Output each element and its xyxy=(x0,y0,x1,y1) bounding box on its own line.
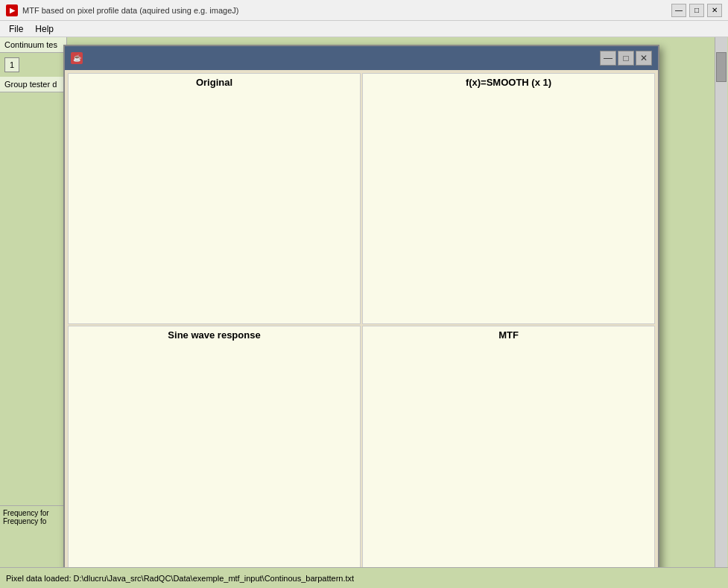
plot-sine-title: Sine wave response xyxy=(72,329,357,341)
menu-bar: File Help xyxy=(0,21,728,37)
plot-mtf-inner xyxy=(366,342,651,568)
close-button[interactable]: ✕ xyxy=(707,4,722,17)
plot-smooth: f(x)=SMOOTH (x 1) xyxy=(362,73,655,324)
menu-help[interactable]: Help xyxy=(29,22,60,36)
plot-mtf: MTF xyxy=(362,326,655,577)
plot-sine: Sine wave response xyxy=(68,326,361,577)
plot-mtf-title: MTF xyxy=(366,329,651,341)
plot-original-title: Original xyxy=(72,77,357,88)
plots-container: Original f(x)=SMOOTH (x 1) Sine wave res… xyxy=(65,70,658,580)
dialog-maximize-button[interactable]: □ xyxy=(618,51,634,66)
plot-smooth-title: f(x)=SMOOTH (x 1) xyxy=(366,77,651,88)
title-text: MTF based on pixel profile data (aquired… xyxy=(22,6,671,15)
dialog-title-bar: ☕ — □ ✕ xyxy=(65,46,658,70)
maximize-button[interactable]: □ xyxy=(689,4,704,17)
canvas-original xyxy=(72,89,357,315)
dialog-icon: ☕ xyxy=(71,52,83,64)
plot-smooth-inner xyxy=(366,89,651,315)
title-bar: ▶ MTF based on pixel profile data (aquir… xyxy=(0,0,728,21)
status-text: Pixel data loaded: D:\dlucru\Java_src\Ra… xyxy=(6,574,354,583)
status-bar: Pixel data loaded: D:\dlucru\Java_src\Ra… xyxy=(0,567,728,588)
title-controls: — □ ✕ xyxy=(671,4,722,17)
plot-original-inner xyxy=(72,89,357,315)
dialog-minimize-button[interactable]: — xyxy=(600,51,616,66)
left-panel: Continuum tes 1 Group tester d Frequency… xyxy=(0,37,67,588)
plot-sine-inner xyxy=(72,342,357,568)
badge-1: 1 xyxy=(4,57,19,72)
dialog-window: ☕ — □ ✕ Original f(x)=SMOOTH (x 1) xyxy=(63,45,659,581)
right-scrollbar[interactable] xyxy=(715,37,728,567)
freq-line2: Frequency fo xyxy=(3,517,64,525)
group-tester-item[interactable]: Group tester d xyxy=(0,77,66,92)
freq-line1: Frequency for xyxy=(3,509,64,517)
minimize-button[interactable]: — xyxy=(671,4,686,17)
canvas-sine xyxy=(72,342,357,568)
scrollbar-thumb[interactable] xyxy=(716,52,727,82)
canvas-smooth xyxy=(366,89,651,315)
app-icon: ▶ xyxy=(6,4,18,16)
dialog-close-button[interactable]: ✕ xyxy=(636,51,652,66)
plot-original: Original xyxy=(68,73,361,324)
continuum-test-item[interactable]: Continuum tes xyxy=(0,37,66,53)
canvas-mtf xyxy=(366,342,651,568)
scrollbar-track[interactable] xyxy=(715,37,727,567)
main-area: Continuum tes 1 Group tester d Frequency… xyxy=(0,37,728,588)
menu-file[interactable]: File xyxy=(3,22,29,36)
